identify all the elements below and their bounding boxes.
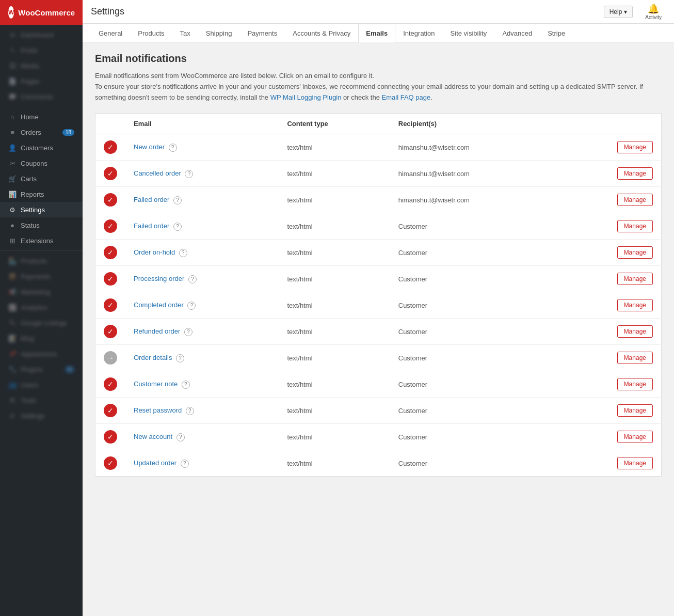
email-name-cell: Updated order ? [125,450,279,477]
email-name-link[interactable]: Failed order [134,222,169,230]
manage-button[interactable]: Manage [617,352,653,364]
content-type-cell: text/html [279,319,390,345]
manage-button[interactable]: Manage [617,167,653,180]
pages-icon: 📄 [8,77,17,85]
table-row: ✓ Refunded order ? text/html Customer Ma… [95,319,662,345]
tab-emails[interactable]: Emails [358,24,395,42]
tab-payments[interactable]: Payments [239,24,285,42]
manage-button[interactable]: Manage [617,273,653,285]
manage-cell: Manage [560,161,662,187]
settings-tabs: General Products Tax Shipping Payments A… [83,24,674,42]
recipient-cell: himanshu.t@wisetr.com [390,187,560,213]
email-name-cell: Completed order ? [125,292,279,319]
wp-mail-logging-link[interactable]: WP Mail Logging Plugin [270,93,342,101]
email-name-link[interactable]: New order [134,143,165,151]
manage-cell: Manage [560,187,662,213]
recipient-cell: Customer [390,213,560,240]
tab-tax[interactable]: Tax [172,24,198,42]
help-button[interactable]: Help ▾ [604,6,633,18]
status-enabled-icon: ✓ [104,246,117,259]
manage-cell: Manage [560,450,662,477]
email-name-cell: Failed order ? [125,213,279,240]
tab-general[interactable]: General [91,24,130,42]
sidebar-item-dashboard[interactable]: ⊞ Dashboard [0,27,83,42]
manage-button[interactable]: Manage [617,457,653,469]
sidebar-item-media[interactable]: 🖼 Media [0,58,83,73]
email-name-link[interactable]: Reset password [134,406,182,414]
email-name-link[interactable]: New account [134,433,172,440]
manage-button[interactable]: Manage [617,378,653,390]
dashboard-icon: ⊞ [8,30,17,39]
activity-label: Activity [645,14,662,20]
sidebar-item-settings[interactable]: ⚙ Settings [0,202,83,217]
sidebar-item-orders[interactable]: ≡ Orders 18 [0,124,83,140]
tab-products[interactable]: Products [130,24,172,42]
email-name-link[interactable]: Processing order [134,275,184,282]
manage-button[interactable]: Manage [617,141,653,153]
manage-button[interactable]: Manage [617,194,653,206]
tab-accounts-privacy[interactable]: Accounts & Privacy [285,24,358,42]
email-name-link[interactable]: Order on-hold [134,248,175,256]
home-icon: ⌂ [8,113,17,121]
sidebar-item-carts[interactable]: 🛒 Carts [0,171,83,186]
sidebar-item-coupons[interactable]: ✂ Coupons [0,155,83,171]
tab-site-visibility[interactable]: Site visibility [443,24,495,42]
sidebar-item-home[interactable]: ⌂ Home [0,109,83,124]
sidebar-label-customers: Customers [21,144,53,152]
tab-shipping[interactable]: Shipping [198,24,240,42]
help-tooltip-icon: ? [185,170,193,178]
status-cell: ✓ [95,450,126,477]
email-name-link[interactable]: Customer note [134,380,178,388]
sidebar-item-posts[interactable]: ✎ Posts [0,42,83,58]
sidebar-item-reports[interactable]: 📊 Reports [0,186,83,202]
recipient-cell: Customer [390,450,560,477]
email-name-link[interactable]: Cancelled order [134,169,181,177]
content-type-cell: text/html [279,292,390,319]
email-name-cell: Cancelled order ? [125,161,279,187]
status-cell: ✓ [95,371,126,398]
email-name-link[interactable]: Order details [134,354,172,361]
help-chevron-icon: ▾ [624,8,627,15]
recipient-cell: himanshu.t@wisetr.com [390,134,560,161]
tab-stripe[interactable]: Stripe [540,24,573,42]
woocommerce-section: ⌂ Home ≡ Orders 18 👤 Customers ✂ Coupons… [0,107,83,251]
carts-icon: 🛒 [8,175,17,183]
content-type-cell: text/html [279,450,390,477]
sidebar-logo[interactable]: W WooCommerce [0,0,83,25]
extensions-icon: ⊞ [8,236,17,245]
manage-button[interactable]: Manage [617,299,653,311]
manage-button[interactable]: Manage [617,431,653,443]
sidebar-item-customers[interactable]: 👤 Customers [0,140,83,155]
email-name-link[interactable]: Updated order [134,459,176,467]
help-tooltip-icon: ? [176,433,185,441]
status-enabled-icon: ✓ [104,377,117,391]
email-name-link[interactable]: Failed order [134,196,169,203]
col-email: Email [125,114,279,134]
tab-integration[interactable]: Integration [395,24,442,42]
email-name-link[interactable]: Completed order [134,301,184,309]
email-faq-link[interactable]: Email FAQ page [382,93,431,101]
manage-button[interactable]: Manage [617,325,653,338]
brand-name: WooCommerce [18,8,75,17]
content-type-cell: text/html [279,161,390,187]
sidebar-item-status[interactable]: ● Status [0,217,83,233]
content-type-cell: text/html [279,187,390,213]
manage-button[interactable]: Manage [617,404,653,417]
recipient-cell: Customer [390,398,560,424]
sidebar-item-pages[interactable]: 📄 Pages [0,73,83,89]
table-row: ✓ Failed order ? text/html himanshu.t@wi… [95,187,662,213]
help-tooltip-icon: ? [173,196,182,204]
email-name-link[interactable]: Refunded order [134,327,180,335]
manage-button[interactable]: Manage [617,220,653,232]
email-name-cell: Order details ? [125,345,279,371]
manage-cell: Manage [560,266,662,292]
tab-advanced[interactable]: Advanced [494,24,540,42]
email-name-cell: Failed order ? [125,187,279,213]
activity-button[interactable]: 🔔 Activity [641,1,666,22]
sidebar-item-comments[interactable]: 💬 Comments [0,89,83,104]
sidebar-item-extensions[interactable]: ⊞ Extensions [0,233,83,248]
help-label: Help [609,8,622,15]
manage-button[interactable]: Manage [617,246,653,259]
table-row: ✓ Order on-hold ? text/html Customer Man… [95,240,662,266]
sidebar-label-carts: Carts [21,175,37,183]
